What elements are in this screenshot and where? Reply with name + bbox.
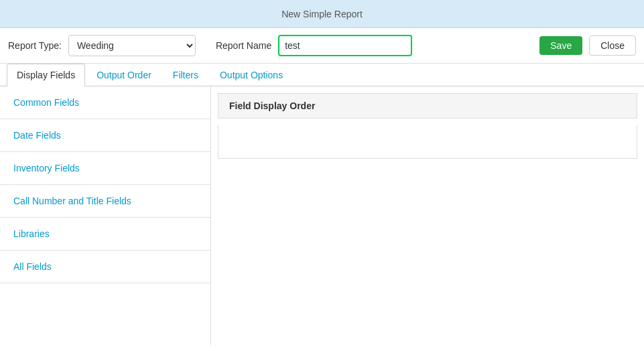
tab-display-fields[interactable]: Display Fields	[7, 64, 85, 86]
tab-output-order[interactable]: Output Order	[86, 64, 162, 86]
report-name-label: Report Name	[216, 40, 271, 51]
report-name-input[interactable]	[278, 35, 412, 56]
save-button[interactable]: Save	[539, 36, 582, 55]
toolbar: Report Type: Weeding Inventory Custom Re…	[0, 28, 644, 64]
field-group-call-number-title-fields[interactable]: Call Number and Title Fields	[0, 185, 210, 218]
right-panel: Field Display Order	[211, 86, 644, 345]
tabs-bar: Display Fields Output Order Filters Outp…	[0, 64, 644, 86]
page-header: New Simple Report	[0, 0, 644, 28]
tab-filters[interactable]: Filters	[163, 64, 208, 86]
field-group-all-fields[interactable]: All Fields	[0, 251, 210, 283]
main-content: Common Fields Date Fields Inventory Fiel…	[0, 86, 644, 345]
field-group-date-fields[interactable]: Date Fields	[0, 119, 210, 152]
field-group-inventory-fields[interactable]: Inventory Fields	[0, 152, 210, 185]
close-button[interactable]: Close	[589, 36, 636, 56]
report-type-select[interactable]: Weeding Inventory Custom	[68, 35, 196, 56]
left-panel: Common Fields Date Fields Inventory Fiel…	[0, 86, 211, 345]
field-group-libraries[interactable]: Libraries	[0, 218, 210, 251]
field-group-common-fields[interactable]: Common Fields	[0, 86, 210, 119]
field-display-body	[218, 125, 637, 159]
report-type-label: Report Type:	[8, 40, 62, 51]
page-title: New Simple Report	[281, 9, 363, 19]
field-display-order-header: Field Display Order	[218, 93, 637, 119]
tab-output-options[interactable]: Output Options	[210, 64, 293, 86]
